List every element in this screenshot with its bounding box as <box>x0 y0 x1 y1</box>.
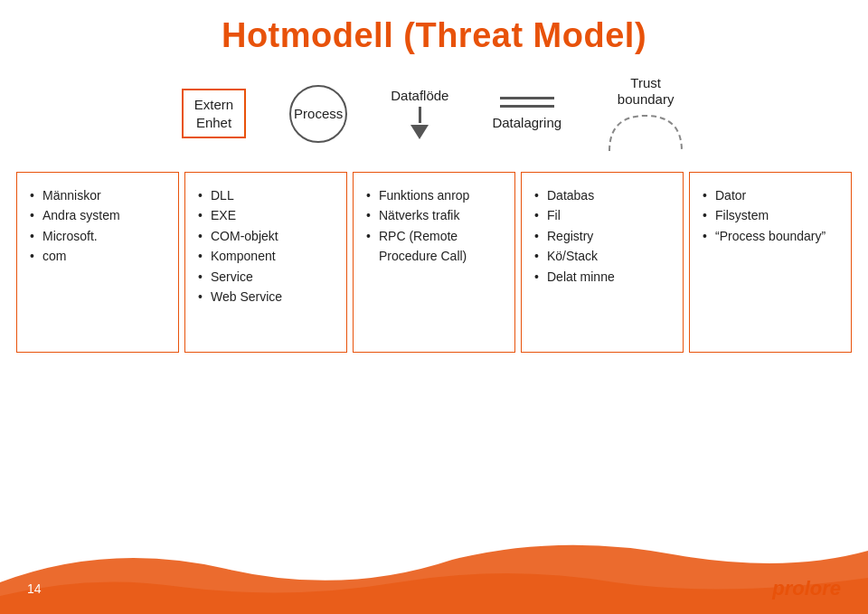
list-item: Filsystem <box>703 205 840 225</box>
list-item: DLL <box>198 185 335 205</box>
list-item: Databas <box>534 185 672 205</box>
databas-list: Databas Fil Registry Kö/Stack Delat minn… <box>534 185 672 287</box>
list-item: Människor <box>30 185 167 205</box>
list-item: Registry <box>534 226 672 246</box>
footer: 14 prolore <box>0 533 868 614</box>
list-item: Delat minne <box>534 267 672 287</box>
dataflode-label: Dataflöde <box>391 88 448 103</box>
legend-datalagring: Datalagring <box>492 97 561 130</box>
process-label: Process <box>294 106 343 121</box>
list-item: Microsoft. <box>30 226 167 246</box>
list-item: Kö/Stack <box>534 246 672 266</box>
dll-list: DLL EXE COM-objekt Komponent Service Web… <box>198 185 335 307</box>
card-extern-enhet: Människor Andra system Microsoft. com <box>16 172 179 353</box>
card-funktions: Funktions anrop Nätverks trafik RPC (Rem… <box>353 172 515 353</box>
list-item: Komponent <box>198 246 335 266</box>
datalagring-label: Datalagring <box>492 115 561 130</box>
trust-label: Trustboundary <box>618 75 675 108</box>
datalagring-line-bottom <box>500 105 554 108</box>
list-item: Andra system <box>30 205 167 225</box>
datalagring-lines <box>500 97 554 108</box>
list-item: Service <box>198 267 335 287</box>
dator-list: Dator Filsystem “Process boundary” <box>703 185 840 246</box>
trust-boundary-container: Trustboundary <box>605 75 686 152</box>
page-number: 14 <box>27 581 42 596</box>
card-databas: Databas Fil Registry Kö/Stack Delat minn… <box>521 172 684 353</box>
legend-extern-enhet: ExternEnhet <box>182 89 246 138</box>
legend-dataflode: Dataflöde <box>391 88 448 139</box>
list-item: “Process boundary” <box>703 226 840 246</box>
page-title: Hotmodell (Threat Model) <box>0 0 868 55</box>
list-item: Web Service <box>198 287 335 307</box>
card-dll: DLL EXE COM-objekt Komponent Service Web… <box>184 172 347 353</box>
trust-boundary-dashed-icon <box>605 111 686 152</box>
process-circle: Process <box>289 85 347 143</box>
list-item: com <box>30 246 167 266</box>
datalagring-line-top <box>500 97 554 99</box>
main-content: Människor Andra system Microsoft. com DL… <box>16 172 852 353</box>
list-item: Fil <box>534 205 672 225</box>
dataflode-container: Dataflöde <box>391 88 448 139</box>
list-item: COM-objekt <box>198 226 335 246</box>
list-item: Dator <box>703 185 840 205</box>
card-dator: Dator Filsystem “Process boundary” <box>689 172 852 353</box>
logo: prolore <box>772 577 841 600</box>
legend-row: ExternEnhet Process Dataflöde Datalagrin… <box>0 75 868 152</box>
list-item: RPC (Remote Procedure Call) <box>366 226 504 267</box>
legend-trust-boundary: Trustboundary <box>605 75 686 152</box>
arrow-down-icon <box>410 125 429 139</box>
list-item: Funktions anrop <box>366 185 504 205</box>
extern-enhet-list: Människor Andra system Microsoft. com <box>30 185 167 267</box>
extern-enhet-box: ExternEnhet <box>182 89 246 138</box>
list-item: EXE <box>198 205 335 225</box>
footer-wave-svg <box>0 533 868 614</box>
datalagring-container: Datalagring <box>492 97 561 130</box>
legend-process: Process <box>289 85 347 143</box>
arrow-shaft <box>419 107 421 123</box>
list-item: Nätverks trafik <box>366 205 504 225</box>
funktions-list: Funktions anrop Nätverks trafik RPC (Rem… <box>366 185 504 267</box>
